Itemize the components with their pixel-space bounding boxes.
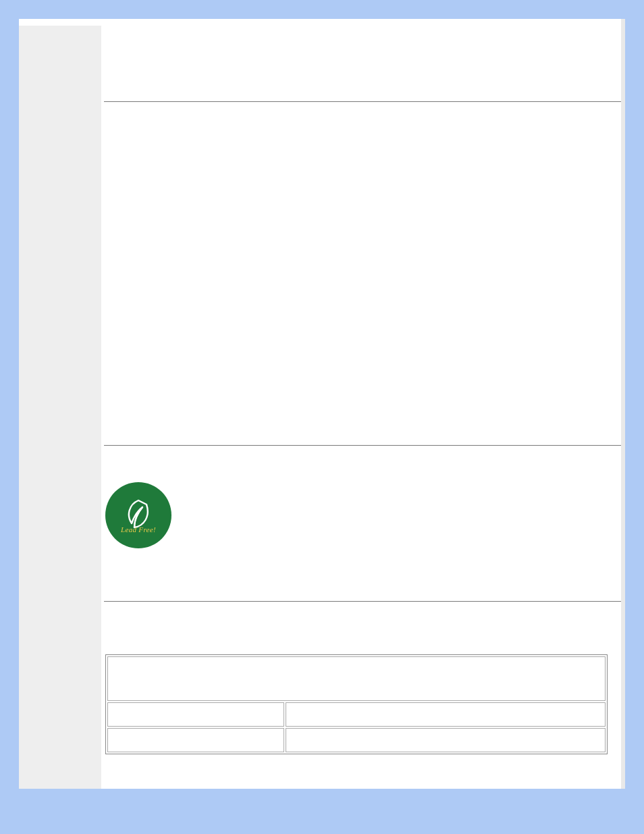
section-badge: Lead Free! <box>104 446 621 601</box>
table-cell <box>107 728 284 752</box>
document-page: Lead Free! <box>19 19 625 789</box>
section-top <box>104 19 621 101</box>
section-pre-table <box>104 602 621 654</box>
table-cell <box>286 702 606 727</box>
section-middle <box>104 102 621 445</box>
table-cell <box>107 702 284 727</box>
table-header-cell <box>107 656 606 701</box>
table-row <box>107 702 606 727</box>
page-background: Lead Free! <box>0 0 644 827</box>
lead-free-label: Lead Free! <box>105 525 171 533</box>
data-table <box>105 654 608 754</box>
main-content: Lead Free! <box>101 19 625 754</box>
table-cell <box>286 728 606 752</box>
lead-free-badge: Lead Free! <box>105 482 171 548</box>
left-sidebar <box>19 26 101 789</box>
badge-container: Lead Free! <box>104 451 621 548</box>
data-table-container <box>104 654 621 754</box>
table-row <box>107 728 606 752</box>
